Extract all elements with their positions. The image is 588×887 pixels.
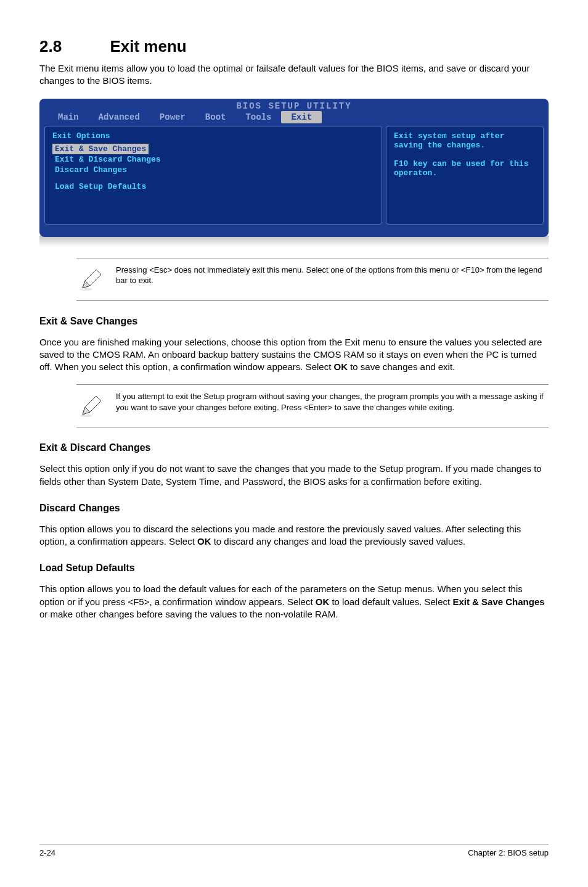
body-load-defaults: This option allows you to load the defau… (39, 583, 549, 621)
bios-screenshot: BIOS SETUP UTILITY Main Advanced Power B… (39, 99, 549, 237)
bios-tab-power: Power (150, 111, 195, 123)
heading-exit-save: Exit & Save Changes (39, 316, 549, 327)
bios-title: BIOS SETUP UTILITY (39, 99, 549, 111)
bios-tab-bar: Main Advanced Power Boot Tools Exit (39, 111, 549, 126)
pencil-icon (79, 267, 106, 294)
svg-point-1 (80, 415, 92, 417)
body-exit-discard: Select this option only if you do not wa… (39, 463, 549, 488)
page-footer: 2-24 Chapter 2: BIOS setup (39, 844, 549, 857)
bios-left-panel: Exit Options Exit & Save Changes Exit & … (44, 126, 382, 225)
section-number: 2.8 (39, 37, 107, 56)
bios-item-load-defaults: Load Setup Defaults (52, 181, 374, 192)
note-box-1: Pressing <Esc> does not immediately exit… (76, 258, 549, 301)
body-exit-save: Once you are finished making your select… (39, 336, 549, 374)
bios-left-heading: Exit Options (52, 131, 374, 141)
footer-page-number: 2-24 (39, 848, 55, 857)
heading-discard: Discard Changes (39, 503, 549, 514)
bios-tab-boot: Boot (195, 111, 236, 123)
section-header: 2.8 Exit menu (39, 37, 549, 56)
bios-help-text: Exit system setup after saving the chang… (394, 131, 528, 178)
pencil-icon (79, 394, 106, 421)
bios-tab-tools: Tools (235, 111, 281, 123)
bios-item-discard: Discard Changes (52, 165, 374, 175)
note-box-2: If you attempt to exit the Setup program… (76, 384, 549, 427)
heading-load-defaults: Load Setup Defaults (39, 563, 549, 574)
intro-paragraph: The Exit menu items allow you to load th… (39, 62, 549, 88)
bios-item-discard-exit: Exit & Discard Changes (52, 154, 374, 165)
svg-point-0 (80, 288, 92, 291)
bios-tab-advanced: Advanced (89, 111, 150, 123)
note-text-2: If you attempt to exit the Setup program… (116, 391, 549, 413)
bios-tab-main: Main (48, 111, 89, 123)
footer-chapter: Chapter 2: BIOS setup (468, 848, 549, 857)
body-discard: This option allows you to discard the se… (39, 523, 549, 548)
bios-tab-exit: Exit (281, 111, 322, 123)
bios-help-panel: Exit system setup after saving the chang… (386, 126, 544, 225)
section-title: Exit menu (110, 37, 186, 56)
bios-item-save: Exit & Save Changes (52, 144, 149, 154)
heading-exit-discard: Exit & Discard Changes (39, 442, 549, 453)
note-text-1: Pressing <Esc> does not immediately exit… (116, 265, 549, 286)
